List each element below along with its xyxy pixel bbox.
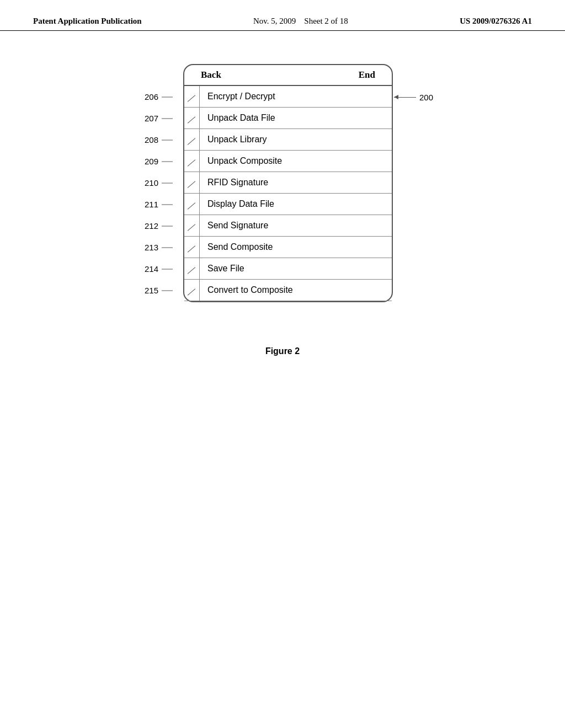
row-211: 211 Display Data File [184,194,392,215]
checkbox-211 [184,194,200,215]
ref-200-label: 200 [419,93,433,102]
ref-212: 212 [145,221,158,231]
row-208: 208 Unpack Library [184,129,392,151]
page-header: Patent Application Publication Nov. 5, 2… [0,0,565,31]
checkbox-212 [184,215,200,236]
row-213: 213 Send Composite [184,237,392,258]
ref-215: 215 [145,286,158,295]
checkbox-206 [184,86,200,107]
label-215: Convert to Composite [200,281,301,299]
checkbox-208 [184,129,200,150]
label-211: Display Data File [200,195,282,213]
row-209: 209 Unpack Composite [184,151,392,172]
ref-213: 213 [145,243,158,252]
ref-208: 208 [145,135,158,144]
diagram-area: Back End 206 Encrypt / Decrypt 207 Unpac… [0,31,565,324]
ref-206: 206 [145,92,158,101]
row-206: 206 Encrypt / Decrypt [184,86,392,108]
label-214: Save File [200,259,252,278]
row-210: 210 RFID Signature [184,172,392,194]
row-212: 212 Send Signature [184,215,392,237]
label-207: Unpack Data File [200,109,283,127]
row-215: 215 Convert to Composite [184,280,392,301]
date-sheet-label: Nov. 5, 2009 Sheet 2 of 18 [253,17,348,26]
patent-number-label: US 2009/0276326 A1 [460,17,532,26]
checkbox-215 [184,280,200,301]
row-207: 207 Unpack Data File [184,108,392,129]
ref-200: 200 [394,93,433,102]
label-209: Unpack Composite [200,152,290,170]
label-210: RFID Signature [200,173,276,192]
ref-207: 207 [145,114,158,123]
checkbox-214 [184,258,200,279]
label-208: Unpack Library [200,130,275,149]
sheet-label: Sheet 2 of 18 [304,17,348,25]
label-213: Send Composite [200,238,280,256]
checkbox-213 [184,237,200,258]
ref-210: 210 [145,178,158,188]
main-flowchart-box: Back End 206 Encrypt / Decrypt 207 Unpac… [183,64,393,302]
ref-209: 209 [145,157,158,166]
row-214: 214 Save File [184,258,392,280]
arrow-200-line [394,97,416,98]
publication-label: Patent Application Publication [33,17,142,26]
date-label: Nov. 5, 2009 [253,17,302,25]
ref-214: 214 [145,264,158,274]
checkbox-207 [184,108,200,129]
top-bar: Back End [184,65,392,86]
label-212: Send Signature [200,216,276,235]
checkbox-210 [184,172,200,193]
label-206: Encrypt / Decrypt [200,87,283,106]
diagram-container: Back End 206 Encrypt / Decrypt 207 Unpac… [139,64,426,302]
checkbox-209 [184,151,200,172]
end-label: End [359,69,375,81]
back-label: Back [201,69,221,81]
figure-caption: Figure 2 [0,346,565,356]
ref-211: 211 [145,200,158,209]
